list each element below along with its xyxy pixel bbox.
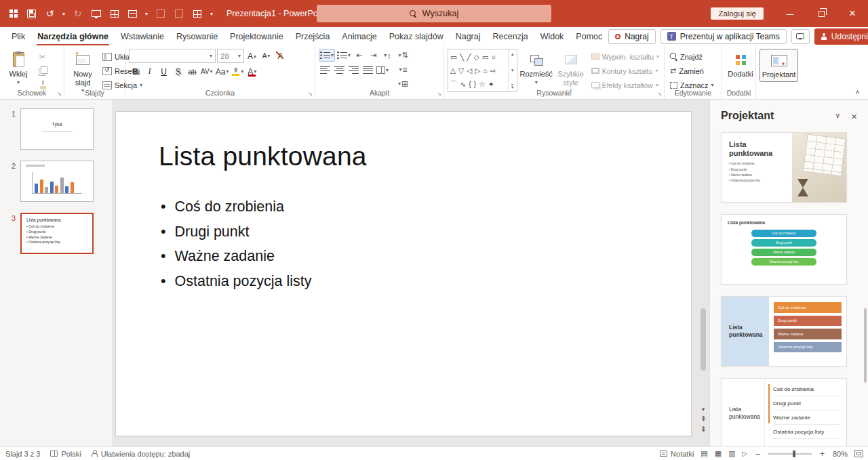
quick-print-icon[interactable]	[153, 6, 168, 22]
bullet-line[interactable]: •Ostatnia pozycja listy	[161, 273, 311, 290]
bullet-line[interactable]: •Coś do zrobienia	[161, 198, 311, 215]
designer-scrollbar-thumb[interactable]	[864, 308, 867, 383]
slide-title-text[interactable]: Lista punktowana	[159, 142, 367, 171]
text-shadow-button[interactable]: S	[172, 65, 184, 78]
tab-plik[interactable]: Plik	[5, 27, 31, 45]
start-slideshow-icon[interactable]	[88, 6, 104, 22]
underline-button[interactable]: U	[157, 65, 170, 78]
layout-qat-icon[interactable]	[125, 6, 140, 22]
dialog-launcher-icon[interactable]	[657, 91, 662, 97]
layout-qat-chevron-icon[interactable]	[143, 6, 150, 22]
bullet-line[interactable]: •Ważne zadanie	[161, 248, 311, 265]
character-spacing-button[interactable]: AV	[200, 65, 214, 78]
increase-font-size-button[interactable]: A	[245, 49, 258, 62]
shape-outline-button[interactable]: Kontury kształtu	[589, 64, 661, 77]
scroll-down-icon[interactable]	[702, 406, 705, 413]
dialog-launcher-icon[interactable]	[308, 91, 313, 97]
bold-button[interactable]: B	[129, 65, 142, 78]
normal-view-icon[interactable]	[701, 450, 707, 457]
fit-to-window-icon[interactable]	[854, 450, 863, 457]
vertical-scrollbar[interactable]	[699, 104, 707, 402]
shapes-row[interactable]	[450, 81, 506, 88]
align-left-button[interactable]	[319, 64, 332, 77]
save-icon[interactable]	[24, 6, 39, 22]
font-size-combo[interactable]: 28	[217, 49, 244, 63]
tab-wstawianie[interactable]: Wstawianie	[115, 27, 170, 45]
addins-button[interactable]: Dodatki	[726, 49, 755, 81]
table-qat-icon[interactable]	[189, 6, 205, 22]
collapse-ribbon-icon[interactable]	[855, 88, 860, 96]
cut-button[interactable]	[36, 50, 49, 63]
strikethrough-button[interactable]: ab	[186, 65, 199, 78]
present-in-teams-button[interactable]: Prezentuj w aplikacji Teams	[660, 29, 787, 44]
comments-button[interactable]	[791, 29, 810, 44]
decrease-font-size-button[interactable]: A	[260, 49, 273, 62]
shape-fill-button[interactable]: Wypełn. kształtu	[589, 50, 661, 63]
slide-surface[interactable]: Lista punktowana •Coś do zrobienia •Drug…	[116, 112, 691, 436]
numbering-button[interactable]	[336, 49, 351, 62]
tab-recenzja[interactable]: Recenzja	[487, 27, 534, 45]
accessibility-checker[interactable]: Ułatwienia dostępu: zbadaj	[92, 450, 190, 458]
clear-formatting-button[interactable]: A	[274, 49, 287, 62]
align-center-button[interactable]	[333, 64, 346, 77]
notes-toggle[interactable]: Notatki	[660, 450, 694, 458]
zoom-slider[interactable]	[768, 453, 812, 455]
shapes-gallery[interactable]	[448, 49, 517, 92]
slide-body-text[interactable]: •Coś do zrobienia •Drugi punkt •Ważne za…	[161, 198, 311, 290]
design-suggestion-1[interactable]: Lista punktowana Coś do zrobienia Drugi …	[721, 132, 847, 203]
bullet-line[interactable]: •Drugi punkt	[161, 224, 311, 241]
new-slide-qat-icon[interactable]	[106, 6, 122, 22]
next-slide-icon[interactable]	[700, 425, 706, 433]
record-button[interactable]: Nagraj	[608, 29, 655, 44]
redo-icon[interactable]	[70, 6, 85, 22]
customize-qat-chevron-icon[interactable]	[208, 6, 216, 22]
convert-to-smartart-button[interactable]	[397, 77, 410, 90]
justify-button[interactable]	[361, 64, 374, 77]
tab-projektowanie[interactable]: Projektowanie	[224, 27, 290, 45]
text-direction-button[interactable]	[397, 49, 410, 62]
designer-collapse-icon[interactable]	[835, 110, 840, 122]
tab-pokaz-slajdow[interactable]: Pokaz slajdów	[383, 27, 450, 45]
undo-chevron-icon[interactable]	[60, 6, 67, 22]
line-spacing-button[interactable]	[381, 49, 394, 62]
arrange-button[interactable]: Rozmieść	[520, 49, 553, 87]
search-input[interactable]: Wyszukaj	[317, 5, 551, 22]
dialog-launcher-icon[interactable]	[437, 91, 441, 97]
slide-thumbnail-2[interactable]	[20, 161, 94, 202]
design-suggestion-3[interactable]: Lista punktowana Coś do zrobienia Drugi …	[721, 296, 847, 367]
format-painter-button[interactable]	[36, 79, 49, 91]
design-suggestion-4[interactable]: Lista punktowana Coś do zrobienia Drugi …	[721, 378, 847, 446]
tab-pomoc[interactable]: Pomoc	[570, 27, 608, 45]
gallery-down-icon[interactable]	[511, 68, 514, 73]
shapes-row[interactable]	[450, 54, 506, 61]
slide-thumbnail-3-selected[interactable]: Lista punktowana Coś do zrobienia Drugi …	[20, 213, 94, 254]
zoom-in-button[interactable]: +	[818, 449, 826, 459]
select-button[interactable]: Zaznacz	[668, 79, 716, 91]
share-button[interactable]: Udostępnianie	[814, 28, 868, 45]
slide-thumbnail-1[interactable]: Tytuł	[20, 108, 94, 150]
zoom-slider-thumb[interactable]	[793, 451, 795, 457]
zoom-level[interactable]: 80%	[833, 450, 848, 458]
restore-button[interactable]	[806, 0, 837, 27]
touch-mode-icon[interactable]	[171, 6, 186, 22]
font-family-combo[interactable]	[129, 49, 216, 63]
gallery-more-icon[interactable]	[511, 84, 514, 89]
tab-animacje[interactable]: Animacje	[336, 27, 382, 45]
bullets-button[interactable]	[319, 49, 335, 62]
dialog-launcher-icon[interactable]	[57, 91, 62, 97]
find-button[interactable]: Znajdź	[668, 50, 716, 63]
sign-in-button[interactable]: Zaloguj się	[711, 7, 764, 20]
new-slide-button[interactable]: Nowy slajd	[68, 49, 98, 96]
slideshow-icon[interactable]	[743, 450, 748, 457]
zoom-out-button[interactable]: –	[754, 449, 762, 459]
designer-button[interactable]: Projektant	[760, 49, 798, 82]
designer-close-icon[interactable]	[851, 110, 857, 122]
app-icon[interactable]	[5, 6, 21, 22]
scrollbar-thumb[interactable]	[701, 308, 706, 371]
shape-effects-button[interactable]: Efekty kształtów	[589, 79, 661, 91]
increase-ind ent-button[interactable]	[367, 49, 380, 62]
design-suggestion-2[interactable]: Lista punktowana Coś do zrobienia Drugi …	[721, 214, 847, 285]
font-color-button[interactable]: A	[245, 65, 258, 78]
quick-styles-button[interactable]: Szybkie style	[555, 49, 587, 96]
change-case-button[interactable]: Aa	[215, 65, 230, 78]
